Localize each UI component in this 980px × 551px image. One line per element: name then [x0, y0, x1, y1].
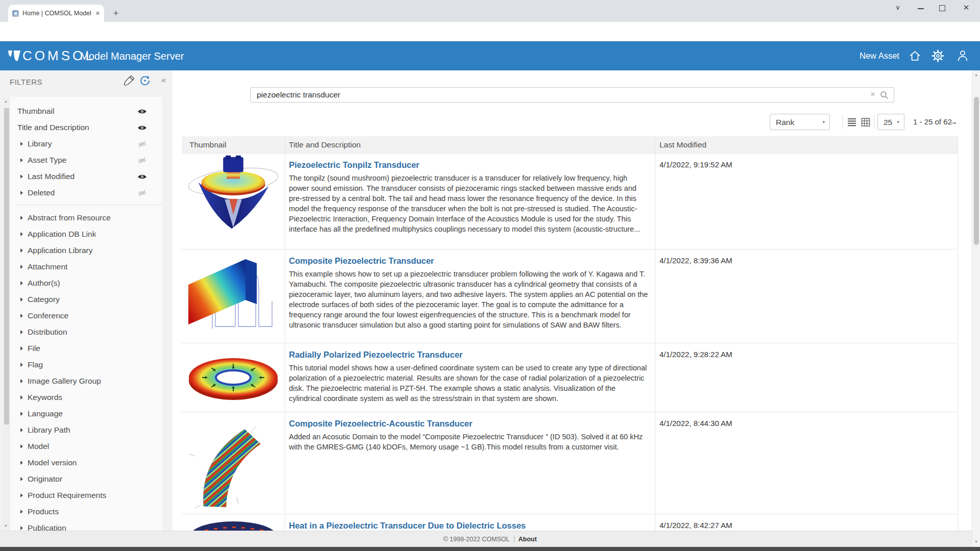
visibility-eye-icon[interactable]	[137, 124, 147, 131]
new-tab-button[interactable]: +	[109, 7, 122, 20]
result-title-link[interactable]: Heat in a Piezoelectric Transducer Due t…	[289, 521, 649, 531]
filter-row-thumbnail[interactable]: Thumbnail	[17, 103, 160, 119]
thumbnail[interactable]	[182, 154, 285, 249]
home-icon[interactable]	[909, 49, 921, 62]
filter-row-model-version[interactable]: Model version	[20, 455, 160, 471]
tab-search-icon[interactable]: ∨	[890, 4, 905, 11]
filter-row-library-path[interactable]: Library Path	[20, 422, 160, 438]
result-title-link[interactable]: Composite Piezoelectric-Acoustic Transdu…	[289, 419, 649, 429]
filter-row-flag[interactable]: Flag	[20, 357, 160, 373]
window-maximize-button[interactable]	[939, 5, 945, 11]
page-scrollbar-thumb[interactable]	[974, 97, 979, 245]
refresh-icon[interactable]	[139, 74, 151, 87]
filter-row-image-gallery-group[interactable]: Image Gallery Group	[20, 373, 160, 389]
filter-row-products[interactable]: Products	[20, 504, 160, 520]
expand-caret-icon[interactable]	[20, 526, 23, 530]
expand-caret-icon[interactable]	[20, 297, 23, 302]
gear-icon[interactable]	[931, 49, 945, 63]
sidebar-scrollbar-thumb[interactable]	[4, 108, 9, 424]
visibility-eye-icon[interactable]	[137, 190, 147, 196]
filter-row-language[interactable]: Language	[20, 406, 160, 422]
result-title-link[interactable]: Composite Piezoelectric Transducer	[289, 256, 649, 266]
expand-caret-icon[interactable]	[20, 330, 23, 334]
expand-caret-icon[interactable]	[20, 461, 23, 465]
expand-caret-icon[interactable]	[20, 363, 23, 367]
page-scrollbar[interactable]: ▲ ▼	[972, 70, 980, 547]
filter-row-application-db-link[interactable]: Application DB Link	[20, 226, 160, 242]
visibility-eye-icon[interactable]	[137, 173, 147, 180]
about-link[interactable]: About	[519, 536, 537, 543]
expand-caret-icon[interactable]	[20, 314, 23, 318]
filter-row-publication[interactable]: Publication	[20, 520, 160, 531]
filter-row-category[interactable]: Category	[20, 291, 160, 308]
person-icon[interactable]	[957, 49, 969, 62]
scroll-up-icon[interactable]: ▲	[974, 73, 978, 77]
filter-row-last-modified[interactable]: Last Modified	[20, 168, 160, 185]
expand-caret-icon[interactable]	[20, 158, 23, 162]
filter-row-library[interactable]: Library	[20, 136, 160, 152]
filter-row-attachment[interactable]: Attachment	[20, 259, 160, 275]
filter-row-product-requirements[interactable]: Product Requirements	[20, 487, 160, 504]
expand-caret-icon[interactable]	[20, 281, 23, 285]
thumbnail[interactable]	[182, 514, 285, 531]
browser-tab[interactable]: Home | COMSOL Model Manage ✕	[8, 5, 104, 22]
visibility-eye-icon[interactable]	[137, 157, 147, 164]
expand-caret-icon[interactable]	[20, 346, 23, 350]
filter-row-conference[interactable]: Conference	[20, 308, 160, 324]
filter-row-model[interactable]: Model	[20, 438, 160, 455]
filter-row-authors[interactable]: Author(s)	[20, 275, 160, 291]
grid-view-icon[interactable]	[861, 118, 870, 127]
expand-caret-icon[interactable]	[20, 412, 23, 416]
expand-caret-icon[interactable]	[20, 232, 23, 236]
filter-row-distribution[interactable]: Distribution	[20, 324, 160, 340]
expand-caret-icon[interactable]	[20, 428, 23, 432]
filter-row-originator[interactable]: Originator	[20, 471, 160, 487]
filter-row-application-library[interactable]: Application Library	[20, 242, 160, 259]
thumbnail[interactable]	[182, 343, 285, 412]
expand-caret-icon[interactable]	[20, 493, 23, 497]
filter-row-title-description[interactable]: Title and Description	[17, 119, 160, 136]
expand-caret-icon[interactable]	[20, 379, 23, 383]
expand-caret-icon[interactable]	[20, 395, 23, 399]
table-row: Composite Piezoelectric-Acoustic Transdu…	[182, 412, 958, 514]
window-minimize-button[interactable]	[918, 8, 924, 9]
list-view-icon[interactable]	[847, 118, 856, 127]
collapse-sidebar-icon[interactable]: «	[161, 76, 166, 85]
filter-row-deleted[interactable]: Deleted	[20, 185, 160, 201]
clear-filters-brush-icon[interactable]	[123, 74, 135, 87]
result-title-link[interactable]: Piezoelectric Tonpilz Transducer	[289, 160, 649, 170]
window-close-button[interactable]: ✕	[959, 3, 974, 12]
visibility-eye-icon[interactable]	[137, 108, 147, 115]
expand-caret-icon[interactable]	[20, 191, 23, 195]
sidebar-scroll-down-icon[interactable]: ▼	[4, 524, 8, 528]
thumbnail[interactable]	[182, 412, 285, 514]
sort-select[interactable]: Rank ▾	[770, 114, 830, 130]
expand-caret-icon[interactable]	[20, 265, 23, 269]
expand-caret-icon[interactable]	[20, 174, 23, 179]
expand-caret-icon[interactable]	[20, 444, 23, 448]
filter-label: Image Gallery Group	[28, 377, 101, 386]
page-size-value: 25	[884, 114, 892, 130]
result-title-link[interactable]: Radially Polarized Piezoelectric Transdu…	[289, 350, 649, 360]
sidebar-scroll-up-icon[interactable]: ▲	[4, 99, 8, 103]
new-asset-button[interactable]: New Asset	[860, 41, 899, 70]
visibility-eye-icon[interactable]	[137, 141, 147, 147]
clear-search-icon[interactable]: ✕	[870, 91, 875, 98]
filter-row-abstract-from-resource[interactable]: Abstract from Resource	[20, 210, 160, 226]
filter-row-file[interactable]: File	[20, 340, 160, 357]
filter-row-asset-type[interactable]: Asset Type	[20, 152, 160, 168]
tab-close-icon[interactable]: ✕	[95, 10, 100, 17]
expand-caret-icon[interactable]	[20, 248, 23, 253]
expand-caret-icon[interactable]	[20, 142, 23, 146]
page-size-select[interactable]: 25 ▾	[877, 114, 904, 130]
filter-row-keywords[interactable]: Keywords	[20, 389, 160, 406]
next-page-icon[interactable]: →	[948, 114, 958, 130]
scroll-down-icon[interactable]: ▼	[974, 540, 978, 543]
search-input[interactable]	[251, 88, 863, 102]
expand-caret-icon[interactable]	[20, 216, 23, 220]
thumbnail[interactable]	[182, 249, 285, 343]
last-modified-value: 4/1/2022, 9:19:52 AM	[659, 160, 950, 169]
search-icon[interactable]	[880, 91, 889, 99]
expand-caret-icon[interactable]	[20, 510, 23, 514]
expand-caret-icon[interactable]	[20, 477, 23, 481]
